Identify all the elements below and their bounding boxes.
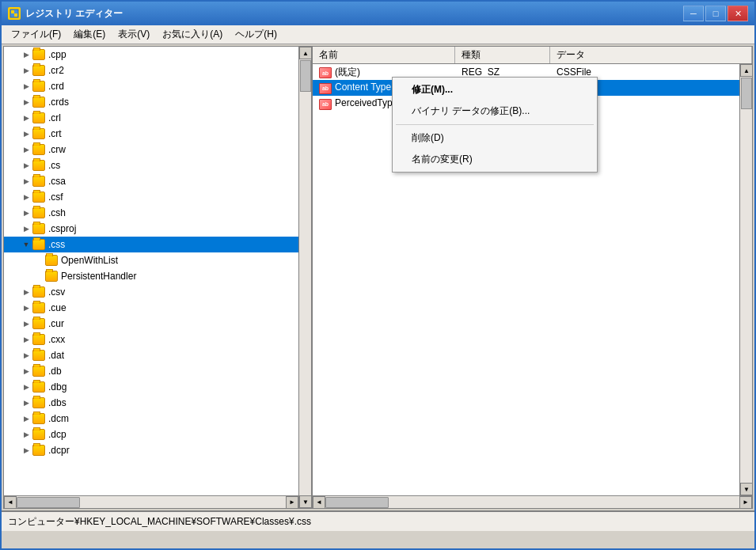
tree-scroll-right[interactable]: ►	[286, 496, 298, 509]
tree-h-scrollbar[interactable]: ◄ ►	[4, 495, 298, 508]
tree-expander[interactable]: ▶	[20, 175, 32, 188]
tree-item[interactable]: ▶.dbs	[4, 395, 298, 411]
menu-file[interactable]: ファイル(F)	[5, 26, 67, 43]
tree-expander[interactable]: ▶	[20, 143, 32, 156]
tree-item[interactable]: ▶.crw	[4, 142, 298, 157]
tree-expander[interactable]: ▶	[20, 112, 32, 124]
tree-item[interactable]: OpenWithList	[4, 252, 298, 268]
tree-item[interactable]: ▶.csa	[4, 173, 298, 189]
folder-icon	[32, 223, 45, 234]
tree-v-scrollbar[interactable]: ▲ ▼	[298, 47, 311, 508]
tree-expander[interactable]: ▶	[20, 333, 32, 346]
tree-expander[interactable]: ▶	[20, 428, 32, 441]
right-scroll-right[interactable]: ►	[739, 496, 752, 509]
folder-icon	[32, 192, 45, 203]
tree-scroll-left[interactable]: ◄	[4, 496, 17, 509]
tree-scroll-thumb[interactable]	[300, 60, 311, 92]
tree-item[interactable]: ▶.csv	[4, 284, 298, 300]
svg-rect-2	[14, 13, 17, 17]
tree-item-label: .dat	[48, 350, 64, 361]
tree-item[interactable]: ▶.csproj	[4, 221, 298, 237]
right-v-scrollbar[interactable]: ▲ ▼	[739, 64, 752, 495]
folder-icon	[32, 176, 45, 187]
close-button[interactable]: ✕	[728, 6, 748, 21]
context-menu-item-0[interactable]: 修正(M)...	[393, 79, 597, 101]
tree-item-label: .csv	[48, 286, 65, 298]
context-menu-item-1[interactable]: バイナリ データの修正(B)...	[393, 101, 597, 122]
menu-favorites[interactable]: お気に入り(A)	[156, 26, 229, 43]
tree-expander[interactable]: ▶	[20, 64, 32, 77]
tree-item-label: .crl	[48, 112, 61, 123]
tree-item[interactable]: ▶.dcp	[4, 427, 298, 442]
tree-expander[interactable]: ▶	[20, 191, 32, 203]
tree-item[interactable]: ▶.csf	[4, 189, 298, 205]
folder-icon	[32, 160, 45, 171]
right-scroll-thumb[interactable]	[741, 78, 752, 109]
menu-help[interactable]: ヘルプ(H)	[229, 26, 283, 43]
tree-expander[interactable]: ▶	[20, 159, 32, 172]
tree-expander[interactable]: ▶	[20, 207, 32, 219]
tree-expander[interactable]: ▶	[20, 286, 32, 298]
tree-item[interactable]: ▶.crd	[4, 78, 298, 94]
tree-expander[interactable]: ▶	[20, 412, 32, 425]
tree-expander[interactable]: ▶	[20, 48, 32, 61]
tree-item-label: .crds	[48, 97, 69, 108]
tree-scroll-track	[299, 59, 311, 495]
tree-item[interactable]: ▶.cxx	[4, 332, 298, 347]
folder-icon	[45, 255, 58, 266]
col-header-data: データ	[550, 47, 752, 63]
right-scroll-up[interactable]: ▲	[740, 64, 752, 77]
tree-item[interactable]: ▶.cur	[4, 316, 298, 332]
tree-expander[interactable]: ▶	[20, 127, 32, 140]
tree-item-label: .crw	[48, 144, 66, 155]
folder-icon	[32, 350, 45, 361]
tree-expander[interactable]	[32, 254, 45, 267]
tree-expander[interactable]: ▶	[20, 96, 32, 108]
tree-scroll-up[interactable]: ▲	[299, 47, 311, 59]
tree-item[interactable]: ▶.crt	[4, 126, 298, 142]
tree-item[interactable]: ▶.dat	[4, 347, 298, 363]
folder-icon	[32, 302, 45, 313]
tree-scroll-down[interactable]: ▼	[299, 495, 311, 508]
right-h-scrollbar[interactable]: ◄ ►	[313, 495, 752, 508]
right-scroll-down[interactable]: ▼	[740, 483, 752, 495]
window-title: レジストリ エディター	[25, 7, 683, 21]
tree-item[interactable]: ▶.cpp	[4, 47, 298, 63]
tree-scroll[interactable]: ▶.cpp▶.cr2▶.crd▶.crds▶.crl▶.crt▶.crw▶.cs…	[4, 47, 298, 495]
tree-item[interactable]: ▶.crl	[4, 110, 298, 126]
tree-expander[interactable]: ▶	[20, 80, 32, 93]
tree-item-label: .cur	[48, 318, 64, 329]
tree-item[interactable]: PersistentHandler	[4, 268, 298, 284]
right-scroll-left[interactable]: ◄	[313, 496, 325, 509]
tree-expander[interactable]: ▶	[20, 302, 32, 314]
tree-item-label: .crt	[48, 128, 62, 139]
tree-expander[interactable]	[32, 270, 45, 283]
tree-expander[interactable]: ▶	[20, 396, 32, 409]
tree-expander[interactable]: ▶	[20, 381, 32, 393]
tree-expander[interactable]: ▶	[20, 365, 32, 377]
tree-item[interactable]: ▶.db	[4, 363, 298, 379]
tree-expander[interactable]: ▼	[20, 238, 32, 251]
tree-item[interactable]: ▶.cs	[4, 157, 298, 173]
context-menu-item-2[interactable]: 削除(D)	[393, 127, 597, 149]
menu-edit[interactable]: 編集(E)	[67, 26, 112, 43]
tree-item[interactable]: ▶.csh	[4, 205, 298, 221]
tree-item[interactable]: ▶.cue	[4, 300, 298, 316]
tree-expander[interactable]: ▶	[20, 317, 32, 330]
restore-button[interactable]: □	[705, 6, 726, 21]
tree-item[interactable]: ▶.dcm	[4, 411, 298, 427]
tree-expander[interactable]: ▶	[20, 222, 32, 235]
tree-expander[interactable]: ▶	[20, 444, 32, 457]
tree-item-label: .csproj	[48, 223, 76, 234]
status-text: コンピューター¥HKEY_LOCAL_MACHINE¥SOFTWARE¥Clas…	[8, 515, 311, 529]
tree-item[interactable]: ▼.css	[4, 237, 298, 252]
reg-value-icon: ab	[319, 67, 332, 78]
menu-view[interactable]: 表示(V)	[112, 26, 156, 43]
minimize-button[interactable]: ─	[683, 6, 704, 21]
tree-item[interactable]: ▶.dcpr	[4, 442, 298, 458]
tree-item[interactable]: ▶.crds	[4, 94, 298, 110]
tree-expander[interactable]: ▶	[20, 349, 32, 362]
tree-item[interactable]: ▶.dbg	[4, 379, 298, 395]
tree-item[interactable]: ▶.cr2	[4, 63, 298, 78]
context-menu-item-3[interactable]: 名前の変更(R)	[393, 149, 597, 170]
